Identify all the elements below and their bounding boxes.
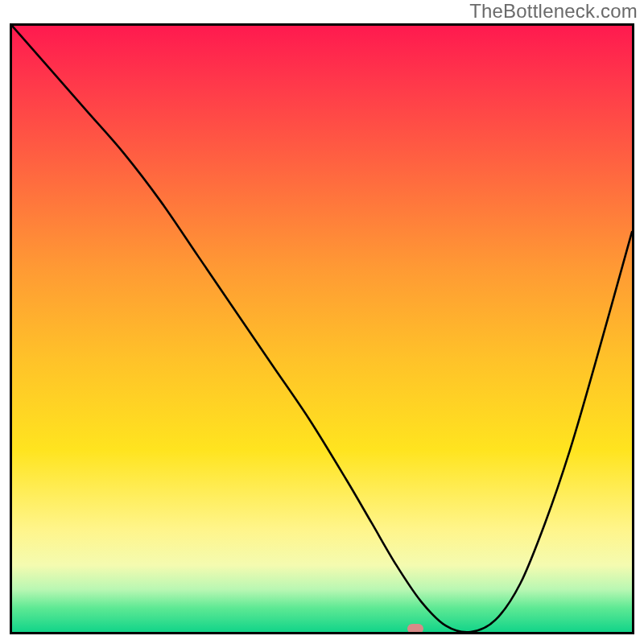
bottleneck-curve <box>12 26 632 632</box>
plot-area <box>10 23 634 634</box>
chart-container: TheBottleneck.com <box>0 0 644 644</box>
optimal-marker <box>407 624 423 634</box>
watermark-text: TheBottleneck.com <box>469 0 638 23</box>
